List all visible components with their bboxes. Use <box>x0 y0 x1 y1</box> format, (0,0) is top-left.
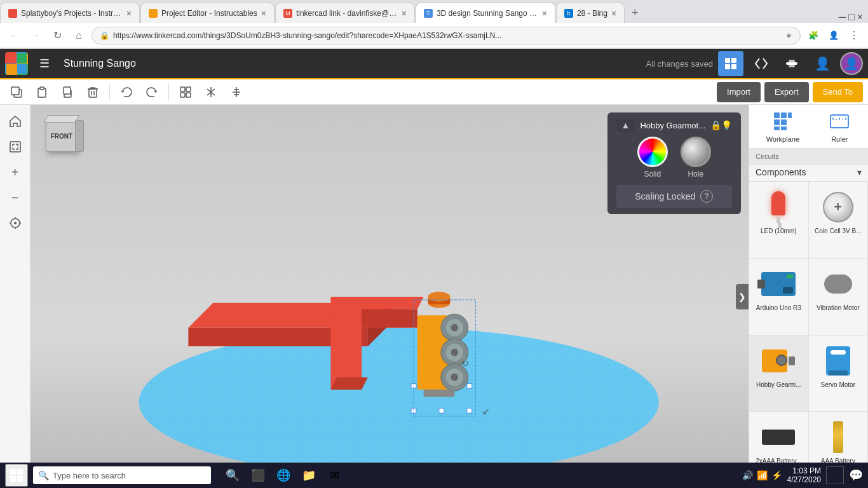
taskbar-app-mail[interactable]: ✉ <box>323 464 346 487</box>
user-avatar[interactable]: 👤 <box>840 52 863 75</box>
system-clock[interactable]: 1:03 PM 4/27/2020 <box>787 466 821 484</box>
back-button[interactable]: ← <box>5 27 23 44</box>
delete-button[interactable] <box>81 81 104 104</box>
start-button[interactable] <box>5 464 28 487</box>
forward-button[interactable]: → <box>27 27 44 44</box>
solid-option[interactable]: Solid <box>637 137 668 179</box>
scaling-locked-button[interactable]: Scaling Locked ? <box>616 185 732 208</box>
win-logo-cell-4 <box>17 476 23 482</box>
taskbar-search-bar[interactable]: 🔍 Type here to search <box>33 466 211 484</box>
taskbar-app-taskview[interactable]: ⬛ <box>247 464 269 487</box>
compass-top-face[interactable] <box>44 115 80 123</box>
extensions-button[interactable]: 🧩 <box>804 27 822 44</box>
align-button[interactable] <box>225 81 248 104</box>
arduino-board <box>761 272 796 296</box>
tab-splattyboy[interactable]: Splattyboy's Projects - Instruct... × <box>0 3 140 23</box>
panel-collapse-arrow[interactable]: ❯ <box>736 284 749 309</box>
tray-volume-icon[interactable]: 📶 <box>757 470 768 480</box>
svg-rect-0 <box>725 58 730 63</box>
component-coin-cell[interactable]: + Coin Cell 3V B... <box>809 182 869 259</box>
tab-project-editor[interactable]: Project Editor - Instructables × <box>140 3 275 23</box>
servo-arm <box>831 350 846 355</box>
tray-battery-icon[interactable]: ⚡ <box>771 470 782 480</box>
toolbar-area <box>0 81 713 104</box>
hobby-gear-circle <box>776 355 787 366</box>
svg-rect-4 <box>786 62 797 65</box>
component-vibration[interactable]: Vibration Motor <box>809 259 869 336</box>
notifications-button[interactable]: 💬 <box>849 468 863 482</box>
tab-close-1[interactable]: × <box>126 8 132 18</box>
paste-button[interactable] <box>31 81 53 104</box>
lock-object-button[interactable]: 🔒 <box>710 120 721 130</box>
svg-rect-56 <box>774 119 780 125</box>
taskbar-app-explorer[interactable]: 📁 <box>297 464 320 487</box>
refresh-button[interactable]: ↻ <box>48 27 66 44</box>
sendto-button[interactable]: Send To <box>813 82 863 102</box>
3d-viewport[interactable]: ↻ ↙ FRONT ▲ <box>31 105 749 488</box>
svg-rect-59 <box>781 126 787 130</box>
tab-close-5[interactable]: × <box>611 8 616 18</box>
svg-rect-1 <box>731 58 736 63</box>
object-properties-panel: ▲ Hobby Gearmot... 🔒 💡 Solid Hole <box>607 112 741 214</box>
component-arduino[interactable]: Arduino Uno R3 <box>749 259 809 336</box>
mirror-button[interactable] <box>200 81 222 104</box>
tab-bing[interactable]: b 28 - Bing × <box>556 3 625 23</box>
hole-option[interactable]: Hole <box>681 137 711 179</box>
workplane-button[interactable]: Workplane <box>766 110 799 143</box>
tab-close-2[interactable]: × <box>261 8 266 18</box>
maximize-button[interactable]: □ <box>848 11 855 23</box>
tab-close-4[interactable]: × <box>542 8 547 18</box>
svg-rect-18 <box>10 142 20 152</box>
system-tray: 🔊 📶 ⚡ 1:03 PM 4/27/2020 💬 <box>742 466 863 484</box>
zoom-in-button[interactable]: + <box>4 161 27 184</box>
undo-button[interactable] <box>115 81 138 104</box>
tinkercad-app: ☰ Stunning Sango All changes saved <box>0 49 868 488</box>
component-servo[interactable]: Servo Motor <box>809 336 869 412</box>
export-button[interactable]: Export <box>764 82 809 102</box>
panel-collapse-button[interactable]: ▲ <box>616 119 635 132</box>
tinkercad-logo[interactable] <box>5 52 28 75</box>
components-dropdown-arrow[interactable]: ▾ <box>857 167 862 177</box>
group-button[interactable] <box>174 81 197 104</box>
svg-rect-15 <box>186 87 191 92</box>
led-image <box>761 189 796 225</box>
close-button[interactable]: × <box>857 11 863 23</box>
tab-favicon-4: T <box>424 9 433 18</box>
components-label: Components <box>756 167 806 177</box>
led-leg-1 <box>776 217 780 223</box>
home-sidebar-button[interactable] <box>4 110 27 133</box>
duplicate-button[interactable] <box>56 81 79 104</box>
profile-button[interactable]: 👤 <box>825 27 843 44</box>
hamburger-menu-button[interactable]: ☰ <box>33 52 56 75</box>
tray-network-icon[interactable]: 🔊 <box>742 470 753 480</box>
fit-view-button[interactable] <box>4 135 27 158</box>
component-hobby-gear[interactable]: Hobby Gearm... <box>749 336 809 412</box>
import-button[interactable]: Import <box>717 82 761 102</box>
settings-button[interactable]: ⋮ <box>845 27 863 44</box>
taskbar-app-cortana[interactable]: 🔍 <box>221 464 244 487</box>
show-desktop-button[interactable] <box>826 466 844 484</box>
profile-account-button[interactable]: 👤 <box>810 51 835 76</box>
tab-close-3[interactable]: × <box>402 8 407 18</box>
tab-gmail[interactable]: M tinkercad link - davinfiske@g... × <box>275 3 415 23</box>
redo-button[interactable] <box>140 81 163 104</box>
tab-tinkercad-active[interactable]: T 3D design Stunning Sango | Ti... × <box>416 3 555 23</box>
compass-front-face[interactable]: FRONT <box>46 120 78 152</box>
ruler-button[interactable]: Ruler <box>828 110 851 143</box>
component-led[interactable]: LED (10mm) <box>749 182 809 259</box>
blocks-view-button[interactable] <box>779 51 804 76</box>
home-button[interactable]: ⌂ <box>70 27 88 44</box>
zoom-out-button[interactable]: − <box>4 186 27 209</box>
minimize-button[interactable]: ─ <box>839 11 846 23</box>
visibility-button[interactable]: 💡 <box>721 120 732 130</box>
taskbar-app-edge[interactable]: 🌐 <box>272 464 295 487</box>
tab-title-4: 3D design Stunning Sango | Ti... <box>437 9 538 18</box>
grid-view-button[interactable] <box>718 51 743 76</box>
rotate-button[interactable] <box>4 212 27 234</box>
address-bar[interactable]: 🔒 https://www.tinkercad.com/things/3DSoU… <box>92 27 801 44</box>
code-view-button[interactable] <box>749 51 774 76</box>
scaling-help-icon[interactable]: ? <box>700 190 713 203</box>
new-tab-button[interactable]: + <box>625 3 644 23</box>
compass-right-face[interactable] <box>75 120 84 152</box>
copy-button[interactable] <box>5 81 28 104</box>
